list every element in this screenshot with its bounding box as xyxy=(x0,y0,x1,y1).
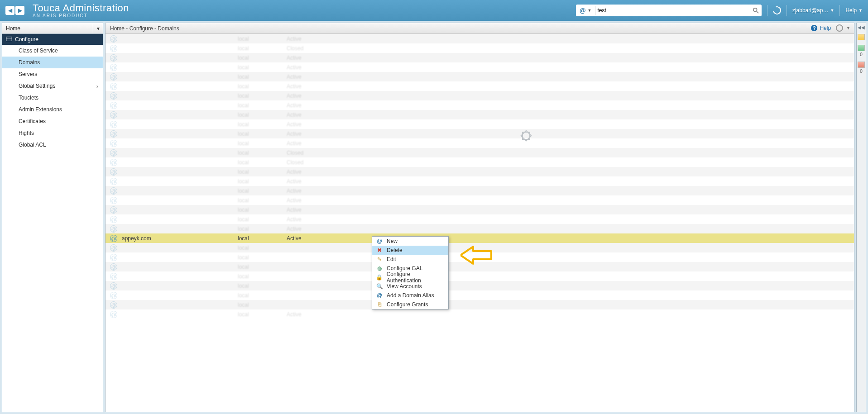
sidebar-item-certificates[interactable]: Certificates xyxy=(2,115,103,127)
rail-widget-2[interactable] xyxy=(858,45,865,51)
domain-type-cell: local xyxy=(238,93,287,99)
table-row[interactable]: @localActive xyxy=(106,81,854,91)
table-row[interactable]: @localActive xyxy=(106,34,854,43)
brand: Touca Administration AN ARIS PRODUCT xyxy=(33,3,129,18)
table-row[interactable]: @localActive xyxy=(106,91,854,100)
sidebar-item-domains[interactable]: Domains xyxy=(2,57,103,68)
sidebar-item-label: Servers xyxy=(19,71,37,77)
search-box: @ ▼ xyxy=(576,5,762,16)
at-icon: @ xyxy=(110,187,117,195)
search-icon[interactable] xyxy=(752,6,760,14)
at-icon: @ xyxy=(110,301,117,309)
table-row[interactable]: @local xyxy=(106,271,854,281)
domain-grid[interactable]: @localActive@localClosed@localActive@loc… xyxy=(106,34,854,412)
table-row[interactable]: @localClosed xyxy=(106,148,854,157)
context-menu-label: View Accounts xyxy=(387,283,422,290)
search-type-dropdown[interactable]: @ ▼ xyxy=(578,7,594,14)
context-menu-item-configure-authentication[interactable]: 🔒Configure Authentication xyxy=(372,273,448,282)
context-menu-label: Add a Domain Alias xyxy=(387,292,434,299)
context-menu-item-new[interactable]: @New xyxy=(372,237,448,246)
search-icon: 🔍 xyxy=(376,283,383,290)
sidebar-item-global-acl[interactable]: Global ACL xyxy=(2,139,103,151)
at-icon: @ xyxy=(110,121,117,128)
nav-back-button[interactable]: ◀ xyxy=(5,6,14,15)
domain-type-cell: local xyxy=(238,302,287,308)
context-menu-item-edit[interactable]: ✎Edit xyxy=(372,255,448,264)
domain-type-cell: local xyxy=(238,207,287,213)
table-row[interactable]: @localActive xyxy=(106,138,854,148)
breadcrumb: Home - Configure - Domains xyxy=(110,25,179,32)
sidebar-item-touclets[interactable]: Touclets xyxy=(2,92,103,104)
rail-count-1: 0 xyxy=(860,52,863,57)
table-row[interactable]: @localActive xyxy=(106,100,854,110)
domain-status-cell: Active xyxy=(287,102,341,109)
context-menu-label: Configure Authentication xyxy=(387,271,445,284)
chevron-right-icon: › xyxy=(96,83,98,90)
domain-status-cell: Active xyxy=(287,131,341,137)
table-row[interactable]: @local xyxy=(106,281,854,290)
domain-type-cell: local xyxy=(238,226,287,232)
at-icon: @ xyxy=(110,64,117,71)
table-row[interactable]: @localActive xyxy=(106,186,854,195)
user-menu[interactable]: zjabbari@ap… ▼ xyxy=(792,7,834,14)
rail-widget-1[interactable] xyxy=(858,34,865,40)
help-menu[interactable]: Help ▼ xyxy=(845,7,863,14)
at-icon: @ xyxy=(110,263,117,271)
table-row[interactable]: @localActive xyxy=(106,195,854,205)
context-menu: @New✖Delete✎Edit◍Configure GAL🔒Configure… xyxy=(372,236,449,309)
at-icon: @ xyxy=(110,235,117,242)
domain-status-cell: Active xyxy=(287,235,341,242)
sidebar-item-admin-extensions[interactable]: Admin Extensions xyxy=(2,104,103,115)
sidebar-item-global-settings[interactable]: Global Settings› xyxy=(2,80,103,92)
search-input[interactable] xyxy=(595,6,751,15)
chevron-down-icon: ▼ xyxy=(588,8,592,13)
gear-icon[interactable] xyxy=(836,24,843,32)
rail-count-2: 0 xyxy=(860,69,863,74)
table-row[interactable]: @localActive xyxy=(106,176,854,186)
table-row[interactable]: @localClosed xyxy=(106,157,854,167)
rail-widget-3[interactable] xyxy=(858,62,865,68)
table-row[interactable]: @localActive xyxy=(106,224,854,233)
context-menu-item-add-a-domain-alias[interactable]: @Add a Domain Alias xyxy=(372,291,448,300)
table-row[interactable]: @localActive xyxy=(106,53,854,62)
sidebar-item-label: Admin Extensions xyxy=(19,106,62,113)
table-row[interactable]: @appeyk.comlocalActive xyxy=(106,233,854,243)
at-icon: @ xyxy=(110,111,117,119)
configure-icon xyxy=(6,36,12,43)
collapse-icon[interactable]: ◀◀ xyxy=(858,25,865,30)
context-menu-item-delete[interactable]: ✖Delete xyxy=(372,246,448,255)
nav-forward-button[interactable]: ▶ xyxy=(15,6,24,15)
domain-status-cell: Closed xyxy=(287,159,341,166)
table-row[interactable]: @localActive xyxy=(106,119,854,129)
table-row[interactable]: @localActive xyxy=(106,309,854,319)
context-menu-item-configure-grants[interactable]: ⎘Configure Grants xyxy=(372,300,448,309)
table-row[interactable]: @localClosed xyxy=(106,43,854,53)
refresh-button[interactable] xyxy=(773,6,781,14)
sidebar-item-servers[interactable]: Servers xyxy=(2,68,103,80)
domain-type-cell: local xyxy=(238,292,287,299)
domain-type-cell: local xyxy=(238,64,287,71)
panel-help[interactable]: ? Help ▼ xyxy=(811,24,850,32)
sidebar-item-class-of-service[interactable]: Class of Service xyxy=(2,45,103,57)
table-row[interactable]: @localActive xyxy=(106,129,854,138)
table-row[interactable]: @localActive xyxy=(106,205,854,214)
table-row[interactable]: @localActive xyxy=(106,214,854,224)
user-label: zjabbari@ap… xyxy=(792,7,829,14)
at-icon: @ xyxy=(110,149,117,157)
domain-status-cell: Active xyxy=(287,178,341,185)
domain-status-cell: Active xyxy=(287,121,341,128)
table-row[interactable]: @localActive xyxy=(106,110,854,119)
sidebar-dropdown[interactable]: Home ▾ xyxy=(2,23,103,34)
chevron-down-icon: ▼ xyxy=(846,26,850,30)
table-row[interactable]: @localActive xyxy=(106,167,854,176)
at-icon: @ xyxy=(110,292,117,299)
app-header: ◀ ▶ Touca Administration AN ARIS PRODUCT… xyxy=(0,0,868,21)
at-icon: @ xyxy=(110,83,117,90)
sidebar-section-header[interactable]: Configure xyxy=(2,34,103,45)
table-row[interactable]: @local xyxy=(106,300,854,309)
table-row[interactable]: @localActive xyxy=(106,62,854,72)
sidebar-item-rights[interactable]: Rights xyxy=(2,127,103,139)
table-row[interactable]: @local xyxy=(106,290,854,300)
domain-type-cell: local xyxy=(238,264,287,270)
table-row[interactable]: @localActive xyxy=(106,72,854,81)
